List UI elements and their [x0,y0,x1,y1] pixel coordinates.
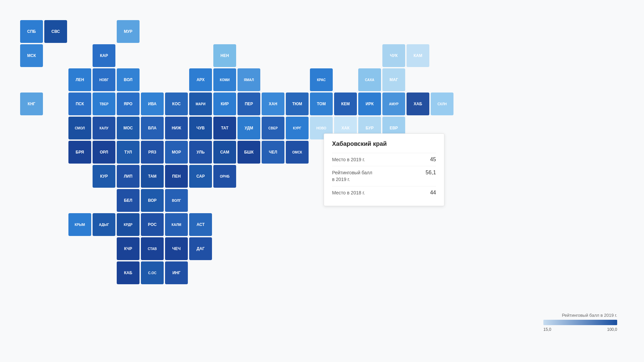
region-cell-СТАВ[interactable]: СТАВ [141,237,164,260]
region-cell-КАР[interactable]: КАР [93,44,115,67]
tooltip-score: Рейтинговый баллв 2019 г. 56,1 [332,166,436,186]
region-cell-МАРИ[interactable]: МАРИ [189,93,212,115]
legend-bar [543,320,617,325]
region-cell-КУРГ[interactable]: КУРГ [286,117,309,139]
map-container: СПБСВСМУРМСККАРНЕНЧУККАМЛЕННОВГВОЛАРХКОМ… [20,10,624,352]
region-cell-БРЯ[interactable]: БРЯ [68,141,91,164]
region-cell-РЯЗ[interactable]: РЯЗ [141,141,164,164]
region-cell-ЯРО[interactable]: ЯРО [117,93,140,115]
region-cell-АДЫГ[interactable]: АДЫГ [93,213,115,236]
region-cell-ПЕН[interactable]: ПЕН [165,165,188,188]
tooltip-score-label: Рейтинговый баллв 2019 г. [332,170,372,183]
region-cell-БЕЛ[interactable]: БЕЛ [117,189,140,212]
region-cell-СМОЛ[interactable]: СМОЛ [68,117,91,139]
legend-title: Рейтинговый балл в 2019 г. [562,313,617,318]
region-cell-КАМ[interactable]: КАМ [407,44,429,67]
region-cell-МОС[interactable]: МОС [117,117,140,139]
legend-max: 100,0 [607,327,617,332]
tooltip-rank-2019-label: Место в 2019 г. [332,157,365,162]
region-cell-ВОР[interactable]: ВОР [141,189,164,212]
region-cell-ХАН[interactable]: ХАН [262,93,284,115]
region-cell-ТАМ[interactable]: ТАМ [141,165,164,188]
tooltip-rank-2019-val: 45 [430,157,436,163]
region-cell-ЧЕЧ[interactable]: ЧЕЧ [165,237,188,260]
tooltip: Хабаровский край Место в 2019 г. 45 Рейт… [324,133,444,206]
region-cell-МСК[interactable]: МСК [20,44,43,67]
region-cell-ЧЕЛ[interactable]: ЧЕЛ [262,141,284,164]
region-cell-СВС[interactable]: СВС [44,20,67,43]
region-cell-КИР[interactable]: КИР [213,93,236,115]
region-cell-ИВА[interactable]: ИВА [141,93,164,115]
region-cell-КНГ[interactable]: КНГ [20,93,43,115]
region-cell-АРХ[interactable]: АРХ [189,68,212,91]
region-cell-АМУР[interactable]: АМУР [382,93,405,115]
region-cell-САР[interactable]: САР [189,165,212,188]
region-cell-СПБ[interactable]: СПБ [20,20,43,43]
region-cell-ОМСК[interactable]: ОМСК [286,141,309,164]
region-cell-КУР[interactable]: КУР [93,165,115,188]
region-cell-ПЕР[interactable]: ПЕР [237,93,260,115]
tooltip-rank-2018-val: 44 [430,190,436,196]
region-cell-ТОМ[interactable]: ТОМ [310,93,333,115]
region-cell-НЕН[interactable]: НЕН [213,44,236,67]
region-cell-ЛЕН[interactable]: ЛЕН [68,68,91,91]
region-cell-УДМ[interactable]: УДМ [237,117,260,139]
region-cell-МАГ[interactable]: МАГ [382,68,405,91]
legend-min: 15,0 [543,327,551,332]
region-cell-БШК[interactable]: БШК [237,141,260,164]
tooltip-rank-2019: Место в 2019 г. 45 [332,153,436,166]
tooltip-rank-2018-label: Место в 2018 г. [332,190,365,195]
legend-labels: 15,0 100,0 [543,327,617,332]
region-cell-НОВГ[interactable]: НОВГ [93,68,115,91]
region-cell-ЛИП[interactable]: ЛИП [117,165,140,188]
region-cell-ТЮМ[interactable]: ТЮМ [286,93,309,115]
region-cell-ВОЛ[interactable]: ВОЛ [117,68,140,91]
region-cell-САХА[interactable]: САХА [358,68,381,91]
region-cell-КЧР[interactable]: КЧР [117,237,140,260]
region-cell-МОР[interactable]: МОР [165,141,188,164]
region-cell-ПСК[interactable]: ПСК [68,93,91,115]
region-cell-КЕМ[interactable]: КЕМ [334,93,357,115]
region-cell-КРДР[interactable]: КРДР [117,213,140,236]
region-cell-ЯМАЛ[interactable]: ЯМАЛ [237,68,260,91]
region-cell-КАЛУ[interactable]: КАЛУ [93,117,115,139]
region-cell-УЛЬ[interactable]: УЛЬ [189,141,212,164]
region-cell-ОРЛ[interactable]: ОРЛ [93,141,115,164]
region-cell-СХЛН[interactable]: СХЛН [431,93,453,115]
region-cell-КОМИ[interactable]: КОМИ [213,68,236,91]
region-cell-ЧУК[interactable]: ЧУК [382,44,405,67]
region-cell-КАБ[interactable]: КАБ [117,261,140,284]
legend: Рейтинговый балл в 2019 г. 15,0 100,0 [543,313,617,332]
region-cell-ТВЕР[interactable]: ТВЕР [93,93,115,115]
region-cell-ИРК[interactable]: ИРК [358,93,381,115]
region-cell-НИЖ[interactable]: НИЖ [165,117,188,139]
region-cell-РОС[interactable]: РОС [141,213,164,236]
tooltip-score-val: 56,1 [426,170,436,176]
region-cell-ОРНБ[interactable]: ОРНБ [213,165,236,188]
region-cell-МУР[interactable]: МУР [117,20,140,43]
region-cell-ВЛА[interactable]: ВЛА [141,117,164,139]
region-cell-ЧУВ[interactable]: ЧУВ [189,117,212,139]
region-cell-КАЛМ[interactable]: КАЛМ [165,213,188,236]
region-cell-С.ОС[interactable]: С.ОС [141,261,164,284]
region-cell-САМ[interactable]: САМ [213,141,236,164]
region-cell-ДАГ[interactable]: ДАГ [189,237,212,260]
region-cell-КРАС[interactable]: КРАС [310,68,333,91]
region-cell-ХАБ[interactable]: ХАБ [407,93,429,115]
region-cell-ТУЛ[interactable]: ТУЛ [117,141,140,164]
tooltip-rank-2018: Место в 2018 г. 44 [332,186,436,199]
tooltip-title: Хабаровский край [332,140,436,147]
region-cell-ТАТ[interactable]: ТАТ [213,117,236,139]
region-cell-ИНГ[interactable]: ИНГ [165,261,188,284]
region-cell-ВОЛГ[interactable]: ВОЛГ [165,189,188,212]
region-cell-СВЕР[interactable]: СВЕР [262,117,284,139]
region-cell-КРЫМ[interactable]: КРЫМ [68,213,91,236]
region-cell-КОС[interactable]: КОС [165,93,188,115]
region-cell-АСТ[interactable]: АСТ [189,213,212,236]
